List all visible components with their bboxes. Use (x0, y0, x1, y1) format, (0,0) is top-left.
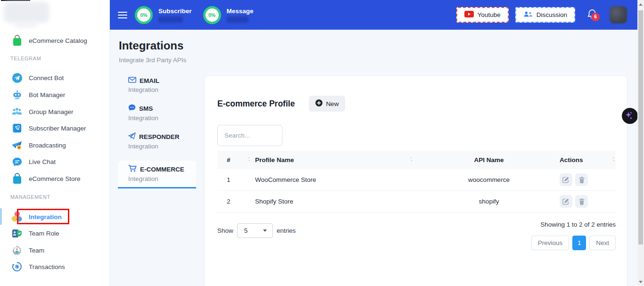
telegram-plane-icon (11, 72, 23, 84)
sidebar-item-live-chat[interactable]: Live Chat (0, 153, 110, 170)
column-header-api-name[interactable]: API Name (474, 156, 504, 163)
ecommerce-profile-card: E-commerce Profile New # Profile Name (204, 75, 627, 286)
tab-subtitle: Integration (128, 143, 196, 150)
edit-button[interactable] (560, 195, 572, 208)
table-row: 1 WooCommerce Store woocommerce (217, 169, 616, 191)
scroll-down-arrow[interactable] (637, 278, 644, 285)
scrollbar-thumb[interactable] (638, 10, 643, 245)
id-badge-shield-icon (11, 227, 23, 239)
tab-title: SMS (139, 105, 153, 112)
sort-icon[interactable] (409, 156, 413, 163)
tab-title: RESPONDER (139, 133, 180, 140)
main-content: Integrations Integrate 3rd Party APIs EM… (110, 30, 637, 286)
column-header-actions[interactable]: Actions (560, 156, 583, 163)
edit-pencil-icon (562, 176, 570, 183)
integration-type-nav: EMAIL Integration SMS Integration RESPON… (118, 77, 196, 188)
api-name: shopify (479, 198, 499, 205)
tab-ecommerce-integration[interactable]: E-COMMERCE Integration (118, 161, 196, 188)
discussion-button[interactable]: Discussion (515, 7, 575, 23)
tab-responder-integration[interactable]: RESPONDER Integration (118, 132, 196, 150)
robot-icon (11, 89, 23, 101)
contact-book-icon (11, 122, 23, 134)
cart-icon (128, 165, 137, 173)
sidebar-item-integration[interactable]: Integration (0, 208, 110, 225)
sidebar-item-label: eCommerce Catalog (29, 37, 87, 44)
youtube-button[interactable]: Youtube (456, 7, 509, 23)
sidebar-item-team[interactable]: Team (0, 242, 110, 259)
users-icon (523, 11, 533, 19)
sidebar-item-group-manager[interactable]: Group Manager (0, 103, 110, 120)
scroll-up-arrow[interactable] (637, 1, 644, 8)
chat-bubble-icon (11, 155, 23, 168)
sidebar-item-bot-manager[interactable]: Bot Manager (0, 86, 110, 103)
menu-toggle-icon[interactable] (118, 12, 127, 18)
pagination: Previous 1 Next (531, 236, 616, 250)
new-button-label: New (326, 100, 339, 107)
table-row: 2 Shopify Store shopify (217, 191, 616, 212)
tab-sms-integration[interactable]: SMS Integration (118, 104, 196, 122)
sidebar-item-label: Broadcasting (29, 142, 66, 149)
profiles-table: # Profile Name API Name Actions (217, 151, 616, 212)
sidebar-item-label: Team Role (29, 230, 59, 237)
page-scrollbar[interactable] (637, 0, 644, 286)
sidebar-item-label: Connect Bot (29, 74, 64, 82)
logo-top-line (1, 0, 30, 1)
sidebar-item-label: eCommerce Store (29, 175, 81, 182)
notification-count-badge: 6 (591, 13, 600, 21)
subscriber-stat-label: Subscriber (158, 8, 192, 15)
entries-per-page-select[interactable]: 5 (237, 223, 273, 238)
page-subtitle: Integrate 3rd Party APIs (119, 57, 186, 64)
delete-button[interactable] (575, 195, 588, 208)
sidebar-item-label: Transactions (29, 263, 65, 270)
sidebar-item-label: Subscriber Manager (29, 125, 86, 132)
sidebar-item-ecommerce-catalog[interactable]: eCommerce Catalog (0, 32, 110, 49)
sidebar-item-ecommerce-store[interactable]: eCommerce Store (0, 170, 110, 187)
edit-button[interactable] (560, 173, 572, 186)
entries-label: entries (277, 227, 296, 234)
message-stat-value-blurred (227, 16, 248, 23)
sidebar-item-subscriber-manager[interactable]: Subscriber Manager (0, 120, 110, 137)
envelope-icon (128, 77, 136, 84)
page-1-button[interactable]: 1 (572, 236, 586, 250)
tab-title: E-COMMERCE (140, 166, 184, 173)
edit-pencil-icon (562, 198, 570, 205)
send-plane-icon (128, 132, 136, 141)
trash-icon (578, 176, 585, 183)
sidebar-item-connect-bot[interactable]: Connect Bot (0, 69, 110, 86)
sidebar-item-broadcasting[interactable]: Broadcasting (0, 137, 110, 154)
show-label: Show (217, 227, 233, 234)
message-stat: 0% Message (203, 6, 254, 24)
sidebar-item-label: Bot Manager (29, 91, 65, 98)
sms-bubble-icon (128, 104, 136, 113)
sidebar-item-label: Team (29, 247, 44, 254)
sidebar: eCommerce Catalog TELEGRAM Connect Bot B… (0, 0, 110, 286)
message-progress-ring: 0% (203, 6, 221, 24)
tab-subtitle: Integration (128, 86, 196, 93)
sidebar-item-team-role[interactable]: Team Role (0, 225, 110, 242)
sort-icon[interactable] (247, 156, 251, 163)
tab-subtitle: Integration (128, 114, 196, 122)
search-input[interactable] (217, 125, 282, 146)
new-profile-button[interactable]: New (309, 96, 345, 112)
notifications-button[interactable]: 6 (587, 8, 597, 22)
trash-icon (578, 198, 585, 205)
next-page-button[interactable]: Next (589, 236, 616, 250)
shopping-bag-green-icon (11, 34, 23, 47)
sort-icon[interactable] (611, 156, 616, 163)
app-logo-subtext-blurred (15, 22, 37, 28)
previous-page-button[interactable]: Previous (531, 236, 570, 250)
sidebar-section-management: MANAGEMENT (10, 194, 50, 200)
page-title: Integrations (119, 39, 183, 52)
active-item-indicator (0, 208, 2, 225)
app-logo-blurred (4, 2, 49, 23)
sidebar-item-transactions[interactable]: Transactions (0, 258, 110, 275)
column-header-num[interactable]: # (227, 156, 231, 163)
ai-assistant-button[interactable] (622, 108, 638, 124)
tab-email-integration[interactable]: EMAIL Integration (118, 77, 196, 93)
user-avatar[interactable] (610, 6, 627, 24)
delete-button[interactable] (575, 173, 588, 186)
column-header-profile-name[interactable]: Profile Name (255, 156, 294, 163)
row-number: 2 (227, 198, 231, 205)
youtube-button-label: Youtube (478, 11, 501, 18)
table-header-row: # Profile Name API Name Actions (217, 151, 616, 169)
